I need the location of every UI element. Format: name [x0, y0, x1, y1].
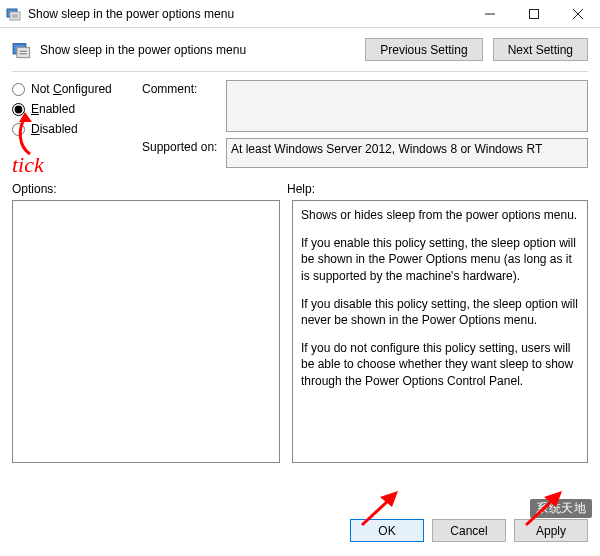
svg-rect-5 — [530, 9, 539, 18]
supported-on-text — [226, 138, 588, 168]
svg-marker-14 — [380, 491, 398, 507]
options-pane — [12, 200, 280, 463]
divider — [12, 71, 588, 72]
help-text: Shows or hides sleep from the power opti… — [301, 207, 579, 223]
policy-icon — [12, 40, 32, 60]
policy-title: Show sleep in the power options menu — [40, 43, 357, 57]
radio-enabled[interactable] — [12, 103, 25, 116]
comment-input[interactable] — [226, 80, 588, 132]
config-area: Not Configured Enabled Disabled Comment:… — [0, 80, 600, 174]
options-label: Options: — [12, 182, 287, 196]
dialog-buttons: OK Cancel Apply — [350, 519, 588, 542]
radio-not-configured[interactable] — [12, 83, 25, 96]
window-controls — [468, 0, 600, 28]
watermark: 系统天地 — [530, 499, 592, 518]
state-radios: Not Configured Enabled Disabled — [12, 80, 138, 174]
previous-setting-button[interactable]: Previous Setting — [365, 38, 482, 61]
minimize-button[interactable] — [468, 0, 512, 28]
header-row: Show sleep in the power options menu Pre… — [0, 28, 600, 61]
radio-disabled-label[interactable]: Disabled — [31, 122, 78, 136]
help-pane[interactable]: Shows or hides sleep from the power opti… — [292, 200, 588, 463]
radio-not-configured-label[interactable]: Not Configured — [31, 82, 112, 96]
close-button[interactable] — [556, 0, 600, 28]
cancel-button[interactable]: Cancel — [432, 519, 506, 542]
window-title: Show sleep in the power options menu — [28, 7, 468, 21]
radio-enabled-label[interactable]: Enabled — [31, 102, 75, 116]
help-text: If you do not configure this policy sett… — [301, 340, 579, 389]
help-text: If you enable this policy setting, the s… — [301, 235, 579, 284]
svg-rect-1 — [10, 12, 20, 20]
help-label: Help: — [287, 182, 588, 196]
titlebar: Show sleep in the power options menu — [0, 0, 600, 28]
apply-button[interactable]: Apply — [514, 519, 588, 542]
next-setting-button[interactable]: Next Setting — [493, 38, 588, 61]
help-text: If you disable this policy setting, the … — [301, 296, 579, 328]
app-icon — [6, 6, 22, 22]
supported-on-label: Supported on: — [142, 138, 220, 168]
radio-disabled[interactable] — [12, 123, 25, 136]
maximize-button[interactable] — [512, 0, 556, 28]
ok-button[interactable]: OK — [350, 519, 424, 542]
svg-rect-9 — [17, 47, 30, 57]
comment-label: Comment: — [142, 80, 220, 132]
